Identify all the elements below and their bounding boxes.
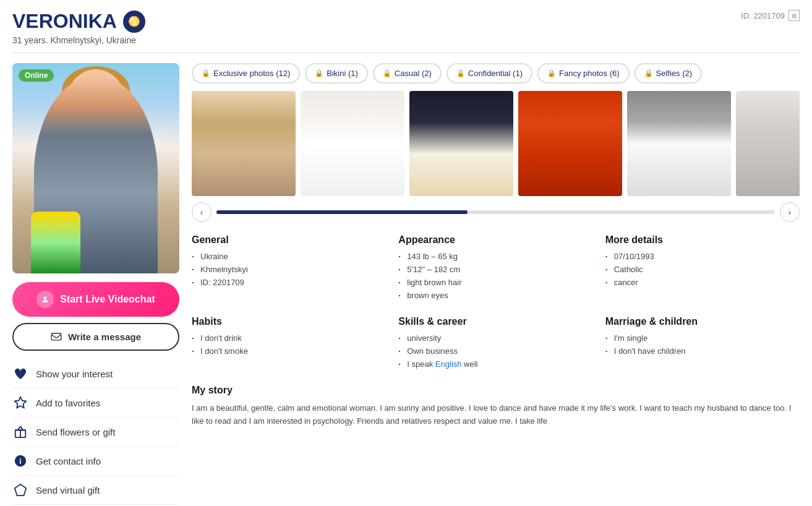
tab-bikini[interactable]: 🔒 Bikini (1) (305, 63, 368, 84)
my-story-text: I am a beautiful, gentle, calm and emoti… (192, 402, 800, 428)
online-badge: Online (19, 69, 54, 82)
left-sidebar: Online Start Live Videochat W (12, 63, 179, 505)
tab-label: Confidential (1) (468, 69, 523, 78)
action-label: Send virtual gift (36, 485, 100, 495)
tab-label: Exclusive photos (12) (213, 69, 290, 78)
tab-exclusive[interactable]: 🔒 Exclusive photos (12) (192, 63, 300, 84)
my-story-section: My story I am a beautiful, gentle, calm … (192, 385, 800, 428)
marriage-list: I'm single I don't have children (605, 333, 800, 356)
section-title: Appearance (398, 234, 592, 246)
skills-list: university Own business I speak English … (398, 333, 592, 369)
photo-gallery (192, 91, 800, 196)
tab-label: Fancy photos (6) (559, 69, 620, 78)
star-icon (12, 395, 28, 411)
action-label: Get contact info (36, 456, 101, 466)
section-more-details: More details 07/10/1993 Catholic cancer (605, 234, 800, 304)
list-item: I speak English well (398, 359, 592, 369)
id-text: ID: 2201709 (741, 11, 785, 20)
tab-label: Selfies (2) (656, 69, 693, 78)
info-icon: i (12, 453, 28, 469)
action-show-interest[interactable]: Show your interest (12, 359, 179, 388)
diamond-icon (12, 482, 28, 498)
tab-confidential[interactable]: 🔒 Confidential (1) (447, 63, 532, 84)
list-item: 07/10/1993 (605, 252, 800, 261)
videochat-icon (36, 291, 54, 308)
section-habits: Habits I don't drink I don't smoke (192, 316, 386, 372)
profile-photo (12, 63, 179, 273)
tab-selfies[interactable]: 🔒 Selfies (2) (635, 63, 703, 84)
tab-fancy[interactable]: 🔒 Fancy photos (6) (537, 63, 630, 84)
lock-icon: 🔒 (644, 69, 653, 77)
section-marriage: Marriage & children I'm single I don't h… (605, 316, 800, 372)
tab-label: Casual (2) (395, 69, 432, 78)
message-button[interactable]: Write a message (12, 323, 179, 351)
more-details-list: 07/10/1993 Catholic cancer (605, 252, 800, 287)
list-item: brown eyes (398, 291, 592, 300)
section-skills: Skills & career university Own business … (398, 316, 592, 372)
zodiac-icon: ♋ (123, 11, 145, 33)
videochat-label: Start Live Videochat (60, 294, 155, 305)
gallery-photo-6[interactable] (736, 91, 800, 196)
svg-marker-2 (15, 397, 26, 408)
habits-list: I don't drink I don't smoke (192, 333, 386, 356)
section-title: More details (605, 234, 800, 246)
lock-icon: 🔒 (383, 69, 391, 77)
list-item: Catholic (605, 265, 800, 274)
svg-marker-6 (15, 484, 26, 495)
action-add-favorites[interactable]: Add to favorites (12, 388, 179, 418)
gallery-prev-button[interactable]: ‹ (192, 202, 212, 222)
profile-name-section: VERONIKA ♋ 31 years. Khmelnytskyi, Ukrai… (12, 10, 145, 45)
info-grid-top: General Ukraine Khmelnytskyi ID: 2201709… (192, 234, 800, 304)
action-virtual-gift[interactable]: Send virtual gift (12, 476, 179, 505)
action-label: Add to favorites (36, 398, 100, 408)
profile-name-text: VERONIKA (12, 10, 117, 33)
message-label: Write a message (68, 332, 141, 342)
list-item: Own business (398, 346, 592, 356)
photo-tabs: 🔒 Exclusive photos (12) 🔒 Bikini (1) 🔒 C… (192, 63, 800, 84)
videochat-button[interactable]: Start Live Videochat (12, 282, 179, 317)
svg-rect-1 (51, 333, 61, 340)
id-grid-icon: ⊞ (788, 10, 800, 21)
profile-name: VERONIKA ♋ (12, 10, 145, 33)
tab-casual[interactable]: 🔒 Casual (2) (373, 63, 442, 84)
action-list: Show your interest Add to favorites Send… (12, 359, 179, 505)
heart-icon (12, 366, 28, 382)
gift-icon (12, 424, 28, 440)
action-send-gift[interactable]: Send flowers or gift (12, 418, 179, 447)
lock-icon: 🔒 (547, 69, 556, 77)
action-label: Send flowers or gift (36, 427, 115, 437)
gallery-photo-3[interactable] (409, 91, 513, 196)
section-title: General (192, 234, 386, 246)
list-item: I don't drink (192, 333, 386, 343)
gallery-photo-1[interactable] (192, 91, 296, 196)
list-item: university (398, 333, 592, 343)
main-content: Online Start Live Videochat W (12, 63, 800, 505)
gallery-photo-2[interactable] (301, 91, 404, 196)
list-item: ID: 2201709 (192, 278, 386, 287)
gallery-progress (216, 210, 775, 214)
section-appearance: Appearance 143 lb – 65 kg 5'12" – 182 cm… (398, 234, 592, 304)
list-item: Ukraine (192, 252, 386, 261)
profile-id: ID: 2201709 ⊞ (741, 10, 800, 21)
right-content: 🔒 Exclusive photos (12) 🔒 Bikini (1) 🔒 C… (192, 63, 800, 505)
gallery-nav: ‹ › (192, 202, 800, 222)
list-item: light brown hair (398, 278, 592, 287)
list-item: cancer (605, 278, 800, 287)
lock-icon: 🔒 (456, 69, 465, 77)
gallery-next-button[interactable]: › (780, 202, 800, 222)
action-contact-info[interactable]: i Get contact info (12, 447, 179, 476)
lock-icon: 🔒 (202, 69, 210, 77)
gallery-photo-5[interactable] (627, 91, 731, 196)
action-label: Show your interest (36, 369, 113, 379)
info-grid-bottom: Habits I don't drink I don't smoke Skill… (192, 316, 800, 372)
tab-label: Bikini (1) (327, 69, 358, 78)
svg-point-0 (44, 296, 47, 299)
svg-text:i: i (19, 457, 21, 466)
list-item: I'm single (605, 333, 800, 343)
profile-header: VERONIKA ♋ 31 years. Khmelnytskyi, Ukrai… (12, 10, 800, 53)
gallery-photo-4[interactable] (518, 91, 622, 196)
section-title: Skills & career (398, 316, 592, 327)
my-story-title: My story (192, 385, 800, 396)
lock-icon: 🔒 (315, 69, 323, 77)
section-general: General Ukraine Khmelnytskyi ID: 2201709 (192, 234, 386, 304)
